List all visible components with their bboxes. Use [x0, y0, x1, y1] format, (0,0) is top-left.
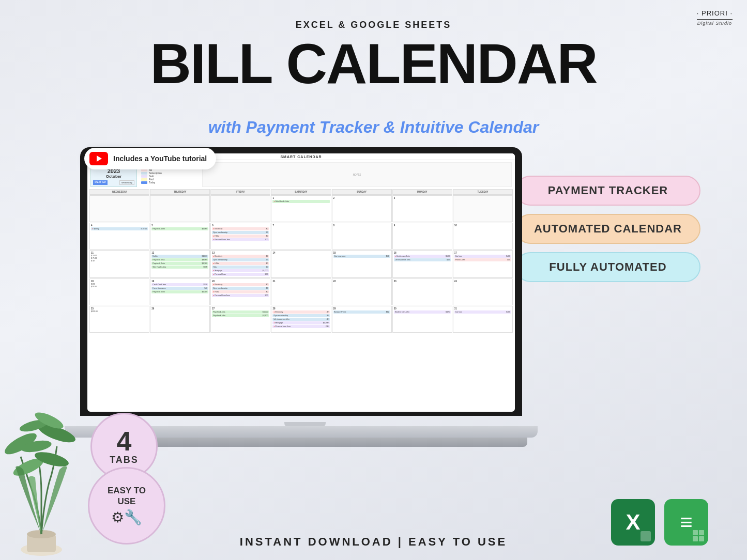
table-row: 16 xCredit-card-John$500 Life Insurance …	[392, 250, 452, 278]
table-row: 20 xElectricity40 Gym membership40 xHOA4…	[210, 278, 270, 305]
table-row: 25 $350.00	[89, 306, 149, 333]
calendar-week-1: 1 xSide-Hustle-John 2 3	[89, 195, 513, 222]
table-row: 11 $ 10:00 $ 75.00 $ 40	[89, 250, 149, 278]
table-row: 17 Car loan$400 Phone-John$40	[453, 250, 513, 278]
table-row: 4 xSpotify9 10:00	[89, 223, 149, 250]
table-row: 24	[453, 278, 513, 305]
calendar-week-4: 18 $100 $10.00 19 Credit Card Jess$550 H…	[89, 278, 513, 305]
table-row: 10	[453, 223, 513, 250]
badge-fully-automated: FULLY AUTOMATED	[515, 252, 700, 282]
table-row: 29 Amazon Prime$12	[332, 306, 392, 333]
plant-decoration	[0, 343, 93, 560]
table-row: 18 $100 $10.00	[89, 278, 149, 305]
table-row: 28 xElectricity40 Gym membership40 Life …	[271, 306, 331, 333]
table-row: 23	[392, 278, 452, 305]
spreadsheet-view: SMART CALENDAR DAILY CALENDAR FOR 2023 O…	[87, 153, 515, 412]
table-row: 8	[332, 223, 392, 250]
table-row: 27 Paycheck Jess$4,000 Paycheck John$2,3…	[210, 306, 270, 333]
table-row: 7	[271, 223, 331, 250]
table-row: 9	[392, 223, 452, 250]
table-row: 12 Netflix$10.00 Paycheck Jess$4,000 Pay…	[150, 250, 210, 278]
easy-label: EASY TO USE	[108, 486, 146, 507]
header-subtitle: EXCEL & GOOGLE SHEETS	[0, 20, 747, 30]
badge-automated-calendar: AUTOMATED CALENDAR	[515, 214, 700, 244]
laptop-foot	[106, 438, 527, 447]
yt-badge-text: Includes a YouTube tutorial	[113, 154, 207, 163]
feature-badges: PAYMENT TRACKER AUTOMATED CALENDAR FULLY…	[515, 176, 700, 282]
table-row: 30 Student loan John$425	[392, 306, 452, 333]
badge-payment-tracker: PAYMENT TRACKER	[515, 176, 700, 206]
table-row: 2	[332, 195, 392, 222]
ss-notes: NOTES	[202, 162, 512, 187]
table-row	[89, 195, 149, 222]
laptop: SMART CALENDAR DAILY CALENDAR FOR 2023 O…	[80, 147, 530, 447]
table-row: 3	[392, 195, 452, 222]
laptop-screen: SMART CALENDAR DAILY CALENDAR FOR 2023 O…	[80, 147, 522, 416]
youtube-icon	[89, 152, 108, 165]
tabs-number: 4	[117, 428, 132, 455]
table-row: 15 Car insurance$40	[332, 250, 392, 278]
table-row: 14	[271, 250, 331, 278]
table-row: 6 xElectricity40 Gym membership25 xHOA40…	[210, 223, 270, 250]
table-row: 21	[271, 278, 331, 305]
circle-easy-to-use: EASY TO USE ⚙🔧	[88, 467, 165, 545]
table-row: 5 Paycheck-John$2,000	[150, 223, 210, 250]
table-row: 13 xElectricity40 Gym membership25 xHOA4…	[210, 250, 270, 278]
youtube-badge: Includes a YouTube tutorial	[84, 148, 216, 169]
calendar-week-2: 4 xSpotify9 10:00 5 Paycheck-John$2,000 …	[89, 223, 513, 250]
table-row: 22	[332, 278, 392, 305]
header-title: BILL CALENDAR	[0, 35, 747, 92]
brand-dots: · PRIORI ·	[697, 9, 733, 18]
table-row	[453, 195, 513, 222]
header-desc: with Payment Tracker & Intuitive Calenda…	[0, 118, 747, 137]
spreadsheet: SMART CALENDAR DAILY CALENDAR FOR 2023 O…	[87, 153, 515, 412]
table-row: 26	[150, 306, 210, 333]
calendar-grid: WEDNESDAY THURSDAY FRIDAY SATURDAY SUNDA…	[87, 188, 515, 334]
table-row	[150, 195, 210, 222]
table-row: 31 Car loan$400	[453, 306, 513, 333]
table-row: 1 xSide-Hustle-John	[271, 195, 331, 222]
calendar-week-5: 25 $350.00 26 27 Paycheck Jess$4,000 Pay…	[89, 306, 513, 333]
table-row: 19 Credit Card Jess$550 Home Insurance$4…	[150, 278, 210, 305]
calendar-header: WEDNESDAY THURSDAY FRIDAY SATURDAY SUNDA…	[89, 189, 513, 195]
table-row	[210, 195, 270, 222]
footer-text: INSTANT DOWNLOAD | EASY TO USE	[0, 535, 747, 549]
gear-icon: ⚙🔧	[111, 509, 142, 526]
tabs-label: TABS	[110, 455, 139, 465]
calendar-week-3: 11 $ 10:00 $ 75.00 $ 40 12 Netflix$10.00…	[89, 250, 513, 278]
